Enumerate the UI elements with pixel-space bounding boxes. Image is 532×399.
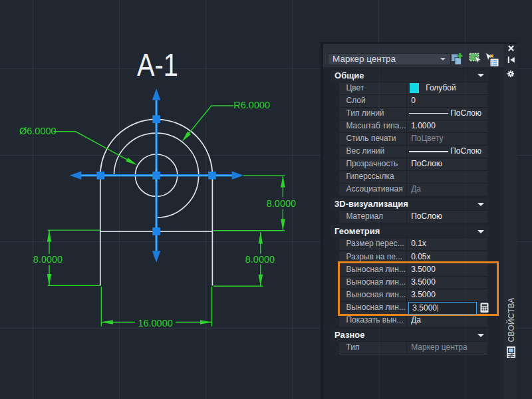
svg-text:R6.0000: R6.0000 xyxy=(233,100,270,110)
svg-text:8.0000: 8.0000 xyxy=(33,254,63,265)
svg-text:8.0000: 8.0000 xyxy=(245,254,275,265)
svg-text:Ø6.0000: Ø6.0000 xyxy=(19,126,57,136)
svg-text:8.0000: 8.0000 xyxy=(267,198,296,209)
svg-text:16.0000: 16.0000 xyxy=(138,318,172,329)
